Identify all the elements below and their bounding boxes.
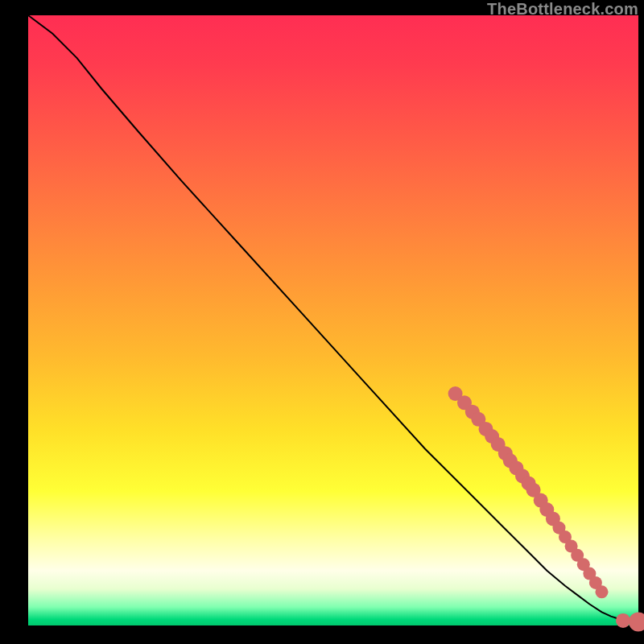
plot-area (28, 15, 638, 625)
data-point (629, 613, 644, 632)
chart-svg (28, 15, 638, 625)
attribution-text: TheBottleneck.com (487, 0, 638, 19)
data-point (616, 613, 630, 628)
data-point (596, 585, 609, 598)
chart-frame: TheBottleneck.com (0, 0, 644, 644)
curve-path (28, 15, 638, 622)
scatter-group (448, 386, 644, 632)
